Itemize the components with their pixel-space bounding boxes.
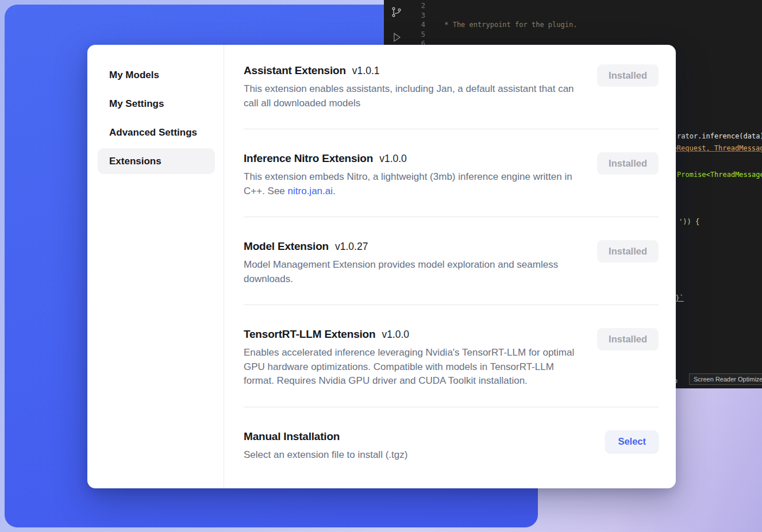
extension-title: Inference Nitro Extension v1.0.0 (244, 152, 584, 165)
extension-description: Enables accelerated inference leveraging… (244, 346, 584, 388)
extensions-panel: Assistant Extension v1.0.1 This extensio… (224, 45, 676, 488)
extension-row-tensorrt: TensortRT-LLM Extension v1.0.0 Enables a… (244, 305, 659, 407)
extension-version: v1.0.0 (379, 153, 407, 165)
sidebar-item-advanced-settings[interactable]: Advanced Settings (98, 119, 215, 145)
extension-row-nitro: Inference Nitro Extension v1.0.0 This ex… (244, 129, 659, 217)
extension-description: This extension enables assistants, inclu… (244, 82, 584, 110)
manual-installation-description: Select an extension file to install (.tg… (244, 448, 407, 462)
settings-sidebar: My Models My Settings Advanced Settings … (87, 45, 224, 488)
sidebar-item-my-settings[interactable]: My Settings (98, 91, 215, 117)
manual-installation-row: Manual Installation Select an extension … (244, 407, 659, 474)
code-comment-line: * The entrypoint for the plugin. (440, 21, 577, 29)
code-fragment-brace: ')) { (679, 218, 699, 226)
editor-line-numbers: 2 3 4 5 6 (410, 1, 425, 49)
nitro-link[interactable]: nitro.jan.ai. (288, 186, 336, 196)
desktop: 2 3 4 5 6 * The entrypoint for the plugi… (0, 0, 762, 532)
screen-reader-badge: Screen Reader Optimized (689, 373, 762, 385)
extension-version: v1.0.0 (382, 329, 409, 341)
source-control-icon[interactable] (390, 6, 403, 18)
installed-button[interactable]: Installed (597, 328, 659, 350)
code-fragment-promise: Promise<ThreadMessage> (677, 171, 762, 179)
installed-button[interactable]: Installed (597, 152, 659, 175)
extension-title: TensortRT-LLM Extension v1.0.0 (244, 328, 584, 341)
extension-title: Assistant Extension v1.0.1 (244, 64, 584, 77)
extension-version: v1.0.27 (335, 241, 368, 253)
extension-version: v1.0.1 (352, 65, 380, 77)
run-debug-icon[interactable] (390, 31, 403, 44)
sidebar-item-extensions[interactable]: Extensions (98, 148, 215, 174)
sidebar-item-my-models[interactable]: My Models (98, 62, 215, 88)
select-file-button[interactable]: Select (605, 430, 659, 453)
code-fragment-inference: rator.inference(data)); (677, 132, 762, 140)
extension-row-assistant: Assistant Extension v1.0.1 This extensio… (244, 45, 659, 129)
extension-description: Model Management Extension provides mode… (244, 258, 584, 286)
extension-title: Model Extension v1.0.27 (244, 240, 584, 253)
extension-row-model: Model Extension v1.0.27 Model Management… (244, 217, 659, 305)
installed-button[interactable]: Installed (597, 240, 659, 263)
manual-installation-title: Manual Installation (244, 430, 407, 443)
installed-button[interactable]: Installed (597, 64, 659, 87)
extension-description: This extension embeds Nitro, a lightweig… (244, 170, 584, 198)
settings-modal: My Models My Settings Advanced Settings … (87, 45, 676, 488)
